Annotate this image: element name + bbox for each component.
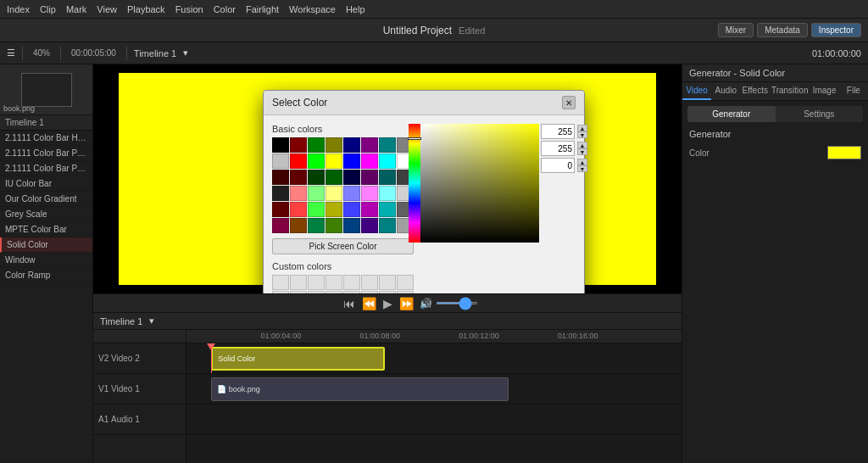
dialog-close-button[interactable]: ✕ <box>562 96 576 109</box>
timeline-dropdown-icon[interactable]: ▾ <box>183 47 188 59</box>
color-cell[interactable] <box>272 170 289 185</box>
color-cell[interactable] <box>361 186 378 201</box>
custom-color-cell[interactable] <box>290 275 307 290</box>
sidebar-item-3[interactable]: IU Color Bar <box>0 176 92 192</box>
tab-image[interactable]: Image <box>810 82 838 100</box>
sidebar-item-9[interactable]: Color Ramp <box>0 268 92 283</box>
color-cell[interactable] <box>343 137 360 153</box>
red-input[interactable] <box>541 124 575 139</box>
color-cell[interactable] <box>379 137 396 153</box>
menu-fusion[interactable]: Fusion <box>175 4 203 14</box>
menu-index[interactable]: Index <box>7 4 30 14</box>
color-cell[interactable] <box>326 153 342 169</box>
sidebar-item-solid-color[interactable]: Solid Color <box>0 237 92 253</box>
play-button[interactable]: ▶ <box>383 297 392 310</box>
custom-color-cell[interactable] <box>308 291 325 293</box>
custom-color-cell[interactable] <box>272 275 289 290</box>
color-cell[interactable] <box>326 137 342 153</box>
hue-strip[interactable] <box>409 124 420 243</box>
timecode-display[interactable]: 00:00:05:00 <box>68 47 120 59</box>
red-down[interactable]: ▼ <box>577 131 587 138</box>
color-cell[interactable] <box>343 218 360 233</box>
gen-tab-settings[interactable]: Settings <box>776 106 864 122</box>
custom-color-cell[interactable] <box>308 275 325 290</box>
sidebar-item-2[interactable]: 2.1111 Color Bar PQ... <box>0 161 92 176</box>
color-cell[interactable] <box>361 202 378 217</box>
color-cell[interactable] <box>379 186 396 201</box>
color-cell[interactable] <box>290 170 307 185</box>
custom-color-cell[interactable] <box>379 275 396 290</box>
step-back-button[interactable]: ⏪ <box>362 297 376 310</box>
blue-input[interactable] <box>541 158 575 173</box>
color-cell[interactable] <box>308 153 325 169</box>
color-cell[interactable] <box>343 186 360 201</box>
color-swatch[interactable] <box>827 146 861 159</box>
color-cell[interactable] <box>272 186 289 201</box>
color-cell[interactable] <box>308 170 325 185</box>
color-cell[interactable] <box>379 170 396 185</box>
clip-solid-color[interactable]: Solid Color <box>211 347 384 371</box>
menu-fairlight[interactable]: Fairlight <box>246 4 279 14</box>
color-cell[interactable] <box>343 153 360 169</box>
color-cell[interactable] <box>326 202 342 217</box>
sidebar-item-8[interactable]: Window <box>0 253 92 268</box>
custom-color-cell[interactable] <box>290 291 307 293</box>
color-cell[interactable] <box>272 153 289 169</box>
skip-start-button[interactable]: ⏮ <box>343 297 355 310</box>
color-cell[interactable] <box>290 153 307 169</box>
custom-color-cell[interactable] <box>272 291 289 293</box>
tab-effects[interactable]: Effects <box>741 82 770 100</box>
custom-color-cell[interactable] <box>397 291 414 293</box>
sidebar-item-1[interactable]: 2.1111 Color Bar PQ F... <box>0 146 92 161</box>
color-cell[interactable] <box>326 170 342 185</box>
color-cell[interactable] <box>308 137 325 153</box>
custom-color-cell[interactable] <box>326 291 342 293</box>
metadata-button[interactable]: Metadata <box>757 23 808 37</box>
color-cell[interactable] <box>272 202 289 217</box>
sidebar-item-4[interactable]: Our Color Gradient <box>0 192 92 207</box>
color-cell[interactable] <box>326 186 342 201</box>
menu-workspace[interactable]: Workspace <box>289 4 336 14</box>
custom-color-cell[interactable] <box>361 291 378 293</box>
custom-color-cell[interactable] <box>326 275 342 290</box>
color-cell[interactable] <box>290 137 307 153</box>
pick-screen-button[interactable]: Pick Screen Color <box>272 238 414 254</box>
mixer-button[interactable]: Mixer <box>718 23 754 37</box>
color-cell[interactable] <box>379 153 396 169</box>
color-cell[interactable] <box>343 170 360 185</box>
green-up[interactable]: ▲ <box>577 142 587 148</box>
menu-clip[interactable]: Clip <box>40 4 56 14</box>
blue-up[interactable]: ▲ <box>577 159 587 165</box>
color-cell[interactable] <box>308 202 325 217</box>
sidebar-item-6[interactable]: MPTE Color Bar <box>0 222 92 237</box>
color-cell[interactable] <box>361 218 378 233</box>
menu-view[interactable]: View <box>97 4 117 14</box>
tab-audio[interactable]: Audio <box>711 82 740 100</box>
color-cell[interactable] <box>290 186 307 201</box>
inspector-button[interactable]: Inspector <box>811 23 861 37</box>
color-cell[interactable] <box>272 137 289 153</box>
color-cell[interactable] <box>361 137 378 153</box>
step-forward-button[interactable]: ⏩ <box>399 297 414 310</box>
custom-color-cell[interactable] <box>379 291 396 293</box>
menu-help[interactable]: Help <box>346 4 365 14</box>
red-up[interactable]: ▲ <box>577 125 587 131</box>
green-input[interactable] <box>541 141 575 156</box>
color-cell[interactable] <box>308 218 325 233</box>
menu-mark[interactable]: Mark <box>66 4 86 14</box>
zoom-level[interactable]: 40% <box>30 47 53 59</box>
custom-color-cell[interactable] <box>361 275 378 290</box>
gradient-main[interactable] <box>420 124 539 243</box>
timeline-dropdown-arrow[interactable]: ▾ <box>149 315 154 326</box>
blue-down[interactable]: ▼ <box>577 165 587 172</box>
color-cell[interactable] <box>290 218 307 233</box>
menu-color[interactable]: Color <box>214 4 236 14</box>
color-cell[interactable] <box>361 153 378 169</box>
color-cell[interactable] <box>343 202 360 217</box>
menu-playback[interactable]: Playback <box>127 4 165 14</box>
color-cell[interactable] <box>290 202 307 217</box>
sidebar-item-0[interactable]: 2.1111 Color Bar HLG... <box>0 131 92 146</box>
volume-slider[interactable] <box>436 302 478 304</box>
tab-video[interactable]: Video <box>682 82 711 100</box>
green-down[interactable]: ▼ <box>577 148 587 155</box>
